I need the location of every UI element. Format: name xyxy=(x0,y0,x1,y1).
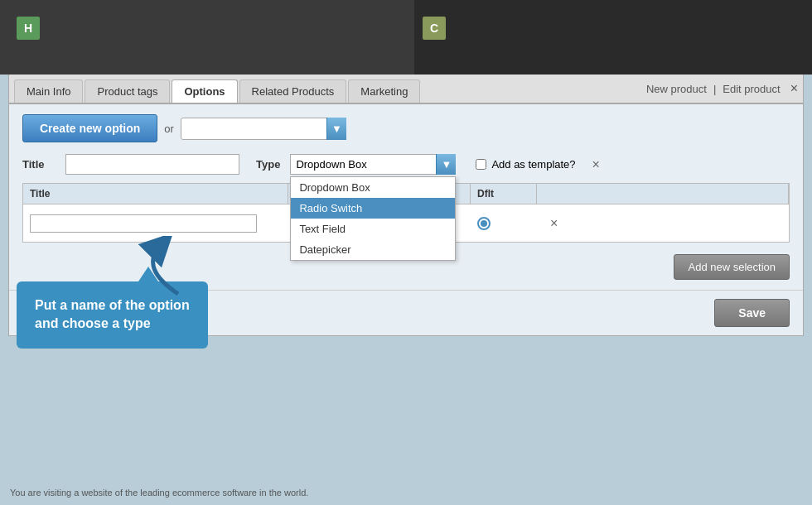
edit-product-label: Edit product xyxy=(723,83,780,95)
c-badge: C xyxy=(423,17,446,40)
radio-inner-icon xyxy=(481,220,487,227)
type-label: Type xyxy=(256,158,280,171)
tab-options[interactable]: Options xyxy=(172,79,237,103)
new-product-label: New product xyxy=(646,83,707,95)
dropdown-item-datepicker[interactable]: Datepicker xyxy=(291,239,455,260)
create-row: Create new option or ▼ xyxy=(22,114,790,142)
th-dflt: Dflt xyxy=(471,184,537,204)
add-new-selection-button[interactable]: Add new selection xyxy=(674,254,790,280)
tab-marketing[interactable]: Marketing xyxy=(348,79,420,103)
form-delete-button[interactable]: × xyxy=(592,157,600,172)
tab-bar: Main Info Product tags Options Related P… xyxy=(9,75,803,104)
create-new-option-button[interactable]: Create new option xyxy=(22,114,157,142)
h-badge: H xyxy=(17,17,40,40)
template-label: Add as template? xyxy=(491,158,575,171)
row-title-input[interactable] xyxy=(30,214,257,233)
type-select-wrapper: Dropdown Box ▼ Dropdown Box Radio Switch… xyxy=(290,154,456,175)
dropdown-item-dropdown-box[interactable]: Dropdown Box xyxy=(291,177,455,198)
bottom-text: You are visiting a website of the leadin… xyxy=(10,488,308,498)
title-label: Title xyxy=(22,158,56,171)
td-title xyxy=(23,211,288,236)
dropdown-item-radio-switch[interactable]: Radio Switch xyxy=(291,198,455,219)
top-bar: H C xyxy=(0,0,812,75)
tab-right-info: New product | Edit product × xyxy=(646,81,798,101)
arrow-pointer xyxy=(128,236,195,305)
td-dflt xyxy=(471,214,537,233)
th-actions xyxy=(537,184,789,204)
type-dropdown-menu: Dropdown Box Radio Switch Text Field Dat… xyxy=(290,176,456,261)
dark-panel: C xyxy=(414,0,812,75)
tab-product-tags[interactable]: Product tags xyxy=(85,79,170,103)
title-input[interactable] xyxy=(65,154,239,175)
td-actions: × xyxy=(537,213,789,234)
bottom-bar: You are visiting a website of the leadin… xyxy=(0,480,812,505)
tab-related-products[interactable]: Related Products xyxy=(239,79,347,103)
tab-main-info[interactable]: Main Info xyxy=(14,79,83,103)
type-select[interactable]: Dropdown Box xyxy=(290,154,456,175)
main-area: Main Info Product tags Options Related P… xyxy=(0,75,812,505)
dialog-close-button[interactable]: × xyxy=(790,81,798,96)
th-title: Title xyxy=(23,184,288,204)
dropdown-item-text-field[interactable]: Text Field xyxy=(291,219,455,239)
row-delete-button[interactable]: × xyxy=(550,216,558,230)
template-checkbox[interactable] xyxy=(476,159,486,170)
template-select[interactable] xyxy=(181,118,346,140)
form-row: Title Type Dropdown Box ▼ Dropdown Box R… xyxy=(22,154,790,175)
separator: | xyxy=(713,83,716,95)
or-label: or xyxy=(164,123,174,135)
callout-line2: and choose a type xyxy=(35,316,151,330)
template-dropdown-wrapper: ▼ xyxy=(181,118,346,140)
template-checkbox-area: Add as template? xyxy=(476,158,575,171)
dflt-radio-button[interactable] xyxy=(477,217,491,230)
save-button[interactable]: Save xyxy=(714,299,790,327)
